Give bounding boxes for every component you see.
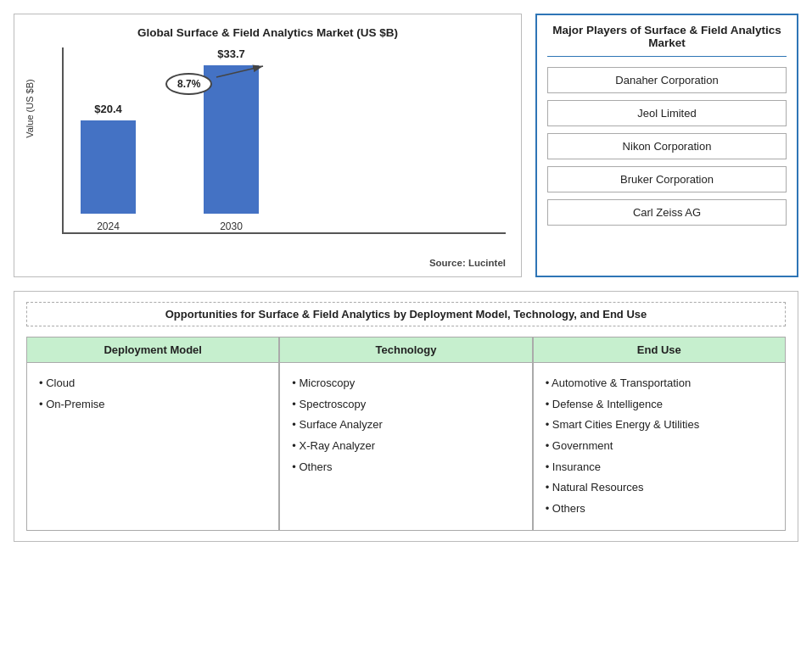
chart-title: Global Surface & Field Analytics Market … [30, 26, 506, 39]
bar-value-2030: $33.7 [217, 47, 245, 60]
bar-value-2024: $20.4 [94, 103, 122, 115]
column-deployment: Deployment Model Cloud On-Premise [26, 337, 279, 531]
columns-row: Deployment Model Cloud On-Premise Techno… [26, 337, 786, 531]
player-item-0: Danaher Corporation [547, 67, 787, 93]
deployment-item-0: Cloud [39, 373, 266, 394]
y-axis-label: Value (US $B) [25, 125, 35, 138]
column-body-technology: Microscopy Spectroscopy Surface Analyzer… [280, 363, 531, 530]
column-header-technology: Technology [280, 337, 531, 363]
players-panel: Major Players of Surface & Field Analyti… [535, 14, 798, 277]
tech-item-0: Microscopy [292, 373, 519, 394]
player-item-2: Nikon Corporation [547, 133, 787, 159]
players-title: Major Players of Surface & Field Analyti… [547, 24, 787, 57]
annotation-arrow [216, 64, 301, 107]
annotation-area: 8.7% [165, 73, 212, 95]
enduse-list: Automotive & Transportation Defense & In… [546, 373, 773, 520]
bottom-section: Opportunities for Surface & Field Analyt… [14, 291, 798, 542]
player-item-1: Jeol Limited [547, 100, 787, 126]
enduse-item-3: Government [546, 436, 773, 457]
column-enduse: End Use Automotive & Transportation Defe… [533, 337, 786, 531]
enduse-item-0: Automotive & Transportation [546, 373, 773, 394]
column-header-enduse: End Use [534, 337, 785, 363]
opportunities-title: Opportunities for Surface & Field Analyt… [26, 302, 786, 326]
player-item-4: Carl Zeiss AG [547, 199, 787, 226]
top-section: Global Surface & Field Analytics Market … [14, 14, 798, 277]
chart-panel: Global Surface & Field Analytics Market … [14, 14, 522, 277]
bar-group-2024: $20.4 2024 [81, 103, 136, 232]
enduse-item-1: Defense & Intelligence [546, 394, 773, 416]
deployment-item-1: On-Premise [39, 394, 266, 416]
bars-area: $20.4 2024 $33.7 2030 8.7% [62, 47, 506, 234]
source-text: Source: Lucintel [30, 258, 506, 268]
column-body-deployment: Cloud On-Premise [27, 363, 278, 530]
bar-year-2030: 2030 [220, 220, 243, 232]
column-header-deployment: Deployment Model [27, 337, 278, 363]
column-body-enduse: Automotive & Transportation Defense & In… [534, 363, 785, 530]
tech-item-3: X-Ray Analyzer [292, 436, 519, 457]
enduse-item-4: Insurance [546, 457, 773, 478]
annotation-bubble: 8.7% [165, 73, 212, 95]
tech-item-2: Surface Analyzer [292, 415, 519, 436]
tech-item-1: Spectroscopy [292, 394, 519, 416]
bar-year-2024: 2024 [97, 220, 120, 232]
enduse-item-5: Natural Resources [546, 477, 773, 499]
bar-2024 [81, 120, 136, 214]
player-item-3: Bruker Corporation [547, 166, 787, 192]
enduse-item-2: Smart Cities Energy & Utilities [546, 415, 773, 436]
technology-list: Microscopy Spectroscopy Surface Analyzer… [292, 373, 519, 477]
deployment-list: Cloud On-Premise [39, 373, 266, 415]
column-technology: Technology Microscopy Spectroscopy Surfa… [279, 337, 532, 531]
enduse-item-6: Others [546, 499, 773, 520]
svg-line-1 [216, 66, 263, 77]
tech-item-4: Others [292, 457, 519, 478]
